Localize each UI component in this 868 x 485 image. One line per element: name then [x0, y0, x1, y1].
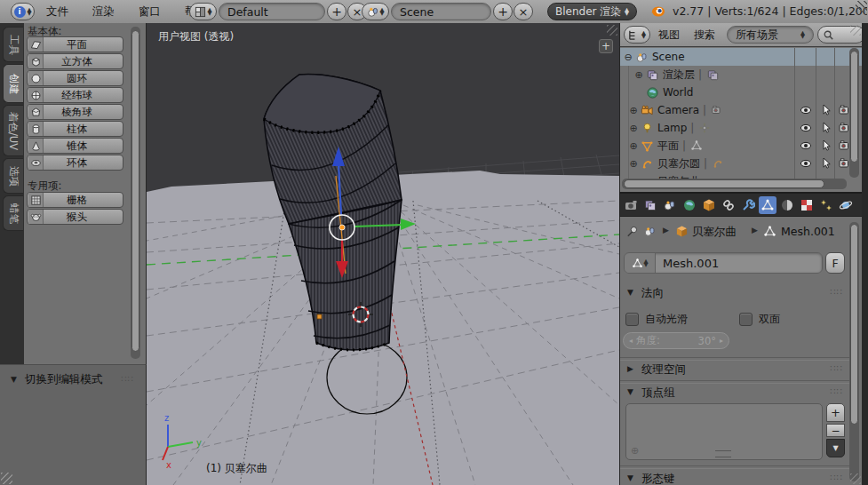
shape-keys-panel-header[interactable]: ▼ 形态键 ∷∷	[620, 471, 851, 485]
outliner-menu-view[interactable]: 视图	[658, 23, 680, 46]
expand-icon[interactable]: ⊕	[627, 158, 640, 170]
add-monkey-button[interactable]: 猴头	[27, 209, 123, 225]
vertex-groups-panel-header[interactable]: ▼ 顶点组 ∷∷	[620, 384, 851, 402]
tab-texture[interactable]	[798, 196, 816, 214]
menu-render[interactable]: 渲染	[92, 0, 115, 23]
panel-expand-icon[interactable]: ▶	[627, 364, 633, 373]
expand-icon[interactable]: ⊕	[627, 140, 640, 152]
panel-expand-icon[interactable]: ▼	[627, 288, 633, 297]
panel-expand-icon[interactable]: ▼	[11, 375, 17, 384]
object-breadcrumb-icon[interactable]	[675, 225, 689, 238]
scene-name-field[interactable]: Scene	[391, 3, 491, 20]
add-grid-button[interactable]: 栅格	[27, 192, 123, 208]
expand-icon[interactable]: ⊕	[633, 69, 645, 81]
expand-icon[interactable]: ⊕	[627, 105, 640, 116]
operator-panel-title[interactable]: 切换到编辑模式	[25, 372, 103, 387]
visibility-eye-icon[interactable]	[799, 156, 813, 171]
panel-drag-dots[interactable]: ∷∷	[830, 473, 843, 482]
menu-window[interactable]: 窗口	[139, 0, 161, 23]
properties-vertical-scrollbar[interactable]	[849, 222, 859, 481]
outliner-row-scene[interactable]: ⊖ Scene	[620, 48, 862, 66]
add-cube-button[interactable]: 立方体	[27, 53, 123, 69]
tab-grease-pencil[interactable]: 蜡笔	[3, 195, 23, 231]
screen-layout-button[interactable]: ▲▼	[189, 3, 217, 20]
outliner-row-bezier-curve-partial[interactable]: ⊕ 贝塞尔曲	[620, 172, 863, 179]
normals-panel-header[interactable]: ▼ 法向 ∷∷	[620, 284, 851, 302]
add-plane-button[interactable]: 平面	[27, 36, 123, 52]
viewport-expand-properties-button[interactable]: +	[599, 39, 613, 53]
tab-physics[interactable]	[837, 196, 855, 214]
collapse-icon[interactable]: ⊖	[622, 52, 634, 63]
outliner-row-render-layers[interactable]: ⊕ 渲染层 |	[620, 66, 862, 83]
vertex-group-specials-button[interactable]: ▼	[826, 439, 845, 457]
panel-drag-dots[interactable]: ∷∷	[830, 386, 843, 396]
panel-expand-icon[interactable]: ▼	[627, 387, 633, 396]
corner-resize-handle[interactable]	[856, 1, 867, 12]
auto-smooth-checkbox[interactable]: 自动光滑	[625, 311, 732, 327]
breadcrumb-object-name[interactable]: 贝塞尔曲	[692, 225, 737, 240]
selectability-cursor-icon[interactable]	[819, 103, 833, 117]
tab-object[interactable]	[700, 196, 718, 214]
slider-left-arrow-icon[interactable]: ◂	[629, 337, 633, 345]
add-scene-button[interactable]: +	[493, 3, 513, 20]
outliner-display-filter-dropdown[interactable]: 所有场景 ▲▼	[727, 26, 814, 44]
editor-type-info-button[interactable]: i ▲▼	[11, 3, 35, 20]
screen-layout-field[interactable]: Default	[219, 3, 325, 20]
delete-scene-button[interactable]: ×	[514, 3, 533, 20]
vertex-groups-list[interactable]: ⊕	[625, 403, 823, 460]
expand-icon[interactable]: ⊕	[627, 123, 640, 134]
vertex-group-remove-button[interactable]: −	[826, 424, 845, 437]
visibility-eye-icon[interactable]	[799, 103, 813, 117]
scene-breadcrumb-icon[interactable]	[643, 225, 657, 238]
double-sided-checkbox[interactable]: 双面	[739, 311, 837, 327]
tab-constraints[interactable]	[720, 196, 737, 214]
tab-particles[interactable]	[817, 196, 835, 214]
tab-render-layers[interactable]	[641, 196, 659, 214]
tab-scene[interactable]	[661, 196, 679, 214]
tab-options[interactable]: 选项	[3, 158, 23, 194]
breadcrumb-mesh-name[interactable]: Mesh.001	[781, 225, 835, 238]
visibility-eye-icon[interactable]	[799, 139, 813, 153]
panel-drag-dots[interactable]: ∷∷	[830, 363, 843, 373]
mesh-data-breadcrumb-icon[interactable]	[763, 225, 776, 238]
checkbox-icon[interactable]	[739, 313, 753, 326]
editor-type-outliner-button[interactable]: ▲▼	[624, 26, 650, 44]
mesh-name-field[interactable]: ▲▼ Mesh.001	[624, 252, 823, 274]
viewport-canvas[interactable]: z y x	[147, 23, 619, 485]
corner-resize-handle[interactable]	[607, 25, 617, 36]
visibility-eye-icon[interactable]	[799, 121, 813, 135]
outliner-horizontal-scrollbar[interactable]	[622, 179, 847, 189]
panel-drag-dots[interactable]: ∷∷	[830, 287, 843, 297]
outliner-row-world[interactable]: World	[620, 83, 862, 101]
add-layout-button[interactable]: +	[327, 3, 346, 20]
selectability-cursor-icon[interactable]	[819, 156, 833, 171]
tab-material[interactable]	[778, 196, 796, 214]
corner-resize-handle[interactable]	[850, 25, 861, 36]
menu-file[interactable]: 文件	[46, 0, 68, 23]
render-engine-dropdown[interactable]: Blender 渲染 ▲▼	[547, 3, 637, 20]
vertex-group-add-button[interactable]: +	[826, 403, 845, 422]
list-resize-handle[interactable]	[715, 450, 731, 457]
selectability-cursor-icon[interactable]	[819, 121, 833, 135]
add-torus-button[interactable]: 环体	[27, 155, 123, 171]
tab-modifiers[interactable]	[739, 196, 757, 214]
add-uv-sphere-button[interactable]: 经纬球	[27, 87, 123, 103]
angle-slider-disabled[interactable]: ◂ 角度: 30° ▸	[623, 332, 729, 349]
slider-right-arrow-icon[interactable]: ▸	[720, 337, 723, 345]
add-ico-sphere-button[interactable]: 棱角球	[27, 104, 123, 120]
list-add-icon[interactable]: ⊕	[631, 445, 639, 457]
corner-resize-handle[interactable]	[1, 473, 12, 484]
panel-expand-icon[interactable]: ▼	[627, 473, 633, 482]
add-cone-button[interactable]: 锥体	[27, 138, 123, 154]
outliner-menu-search[interactable]: 搜索	[694, 23, 715, 46]
add-cylinder-button[interactable]: 柱体	[27, 121, 123, 137]
panel-drag-dots[interactable]: ∷∷	[121, 374, 134, 384]
tab-world[interactable]	[681, 196, 698, 214]
pin-icon[interactable]	[625, 225, 639, 238]
checkbox-icon[interactable]	[625, 313, 639, 326]
corner-resize-handle[interactable]	[850, 473, 861, 484]
tab-tools[interactable]: 工具	[3, 27, 23, 62]
tab-create[interactable]: 创建	[3, 64, 23, 103]
scene-selector-button[interactable]: ▲▼	[362, 3, 389, 20]
tab-shading-uv[interactable]: 着色/UV	[3, 105, 23, 156]
